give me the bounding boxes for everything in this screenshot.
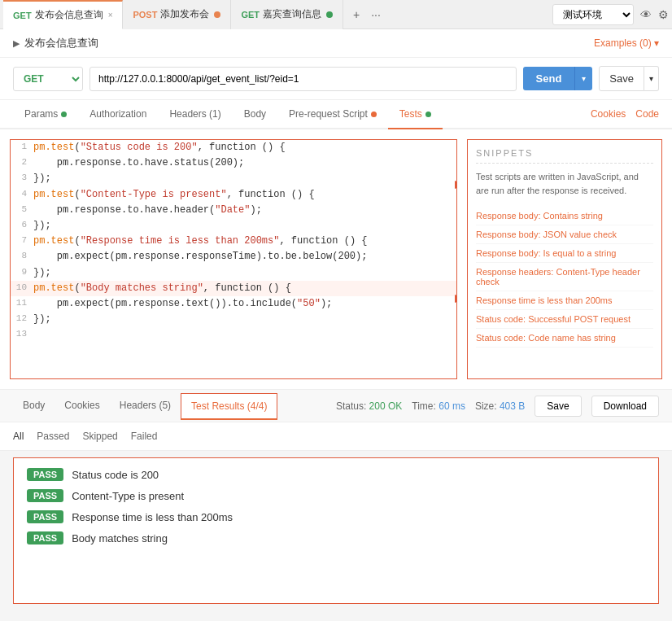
tab-authorization[interactable]: Authorization: [78, 100, 158, 129]
tab-prerequest[interactable]: Pre-request Script: [277, 100, 388, 129]
filter-all[interactable]: All: [13, 429, 24, 444]
pass-badge-4: PASS: [27, 531, 63, 544]
snippet-item-4[interactable]: Response headers: Content-Type header ch…: [476, 263, 653, 291]
response-meta: Status: 200 OK Time: 60 ms Size: 403 B S…: [336, 396, 659, 417]
filter-skipped[interactable]: Skipped: [82, 429, 117, 444]
url-bar: GET POST PUT DELETE Send ▾ Save ▾: [0, 58, 672, 100]
url-input[interactable]: [89, 67, 517, 91]
send-dropdown-button[interactable]: ▾: [574, 67, 592, 90]
pass-badge-1: PASS: [27, 468, 63, 481]
test-item-1: PASS Status code is 200: [27, 468, 645, 481]
more-tabs-button[interactable]: ···: [368, 7, 384, 23]
breadcrumb-arrow-icon: ▶: [13, 38, 20, 49]
env-selector: 测试环境 👁 ⚙: [552, 4, 669, 25]
test-item-3: PASS Response time is less than 200ms: [27, 510, 645, 523]
tab-dot-green: [326, 11, 333, 18]
pass-badge-3: PASS: [27, 510, 63, 523]
code-line-2: 2 pm.response.to.have.status(200);: [11, 155, 456, 171]
tab-close-1[interactable]: ×: [108, 11, 113, 20]
resp-tab-cookies[interactable]: Cookies: [55, 393, 109, 419]
cookies-link[interactable]: Cookies: [591, 108, 626, 120]
snippets-panel: SNIPPETS Test scripts are written in Jav…: [467, 139, 662, 379]
status-value: 200 OK: [369, 400, 403, 412]
tab-method-get2: GET: [241, 10, 260, 20]
response-bar: Body Cookies Headers (5) Test Results (4…: [0, 390, 672, 422]
filter-failed[interactable]: Failed: [131, 429, 158, 444]
test-label-1: Status code is 200: [72, 469, 159, 481]
send-btn-group: Send ▾: [523, 67, 593, 90]
tab-body[interactable]: Body: [233, 100, 277, 129]
svg-marker-1: [455, 295, 457, 303]
svg-marker-0: [455, 181, 457, 189]
tab-method-post: POST: [133, 10, 157, 20]
code-link[interactable]: Code: [635, 108, 659, 120]
pass-badge-2: PASS: [27, 489, 63, 502]
snippet-item-5[interactable]: Response time is less than 200ms: [476, 291, 653, 310]
test-label-4: Body matches string: [72, 532, 168, 544]
resp-tab-test-results[interactable]: Test Results (4/4): [181, 393, 277, 420]
save-dropdown-button[interactable]: ▾: [644, 66, 659, 91]
tab-post-add[interactable]: POST 添加发布会: [123, 0, 231, 29]
response-tabs: Body Cookies Headers (5) Test Results (4…: [13, 393, 277, 419]
code-line-12: 12 });: [11, 312, 456, 327]
test-item-4: PASS Body matches string: [27, 531, 645, 544]
tab-method-get: GET: [13, 11, 32, 20]
tab-label-1: 发布会信息查询: [35, 8, 103, 22]
add-tab-button[interactable]: +: [350, 7, 363, 23]
code-line-6: 6 });: [11, 218, 456, 234]
code-line-13: 13: [11, 327, 456, 343]
eye-icon-button[interactable]: 👁: [640, 8, 652, 21]
test-results-panel: PASS Status code is 200 PASS Content-Typ…: [13, 457, 659, 604]
resp-tab-headers[interactable]: Headers (5): [110, 393, 181, 419]
prerequest-dot: [371, 112, 377, 117]
code-line-11: 11 pm.expect(pm.response.text()).to.incl…: [11, 296, 456, 312]
params-dot: [61, 112, 67, 117]
tabs-nav-right: Cookies Code: [591, 108, 659, 120]
tab-tests[interactable]: Tests: [388, 100, 443, 129]
tests-dot: [425, 112, 431, 117]
code-editor[interactable]: 1 pm.test("Status code is 200", function…: [10, 139, 457, 379]
gear-icon-button[interactable]: ⚙: [658, 8, 669, 21]
size-value: 403 B: [500, 400, 525, 412]
environment-select[interactable]: 测试环境: [552, 4, 634, 25]
method-select[interactable]: GET POST PUT DELETE: [13, 67, 83, 91]
snippet-item-6[interactable]: Status code: Successful POST request: [476, 310, 653, 329]
send-button[interactable]: Send: [523, 67, 575, 90]
status-label: Status: 200 OK: [336, 400, 402, 412]
resp-tab-body[interactable]: Body: [13, 393, 55, 419]
save-button[interactable]: Save: [599, 66, 644, 91]
arrow-icon-1: [455, 177, 457, 193]
tab-bar: GET 发布会信息查询 × POST 添加发布会 GET 嘉宾查询信息 + ··…: [0, 0, 672, 29]
time-label: Time: 60 ms: [412, 400, 465, 412]
main-content: 1 pm.test("Status code is 200", function…: [0, 129, 672, 390]
tab-params[interactable]: Params: [13, 100, 78, 129]
tabs-nav-left: Params Authorization Headers (1) Body Pr…: [13, 100, 443, 128]
snippets-title: SNIPPETS: [476, 148, 653, 164]
tab-label-2: 添加发布会: [160, 7, 209, 21]
response-save-button[interactable]: Save: [535, 396, 581, 417]
snippet-item-2[interactable]: Response body: JSON value check: [476, 225, 653, 244]
tab-headers[interactable]: Headers (1): [158, 100, 232, 129]
time-value: 60 ms: [439, 400, 465, 412]
breadcrumb-title: 发布会信息查询: [24, 36, 98, 50]
snippet-item-3[interactable]: Response body: Is equal to a string: [476, 244, 653, 263]
code-line-8: 8 pm.expect(pm.response.responseTime).to…: [11, 249, 456, 265]
examples-arrow-icon: ▾: [654, 37, 659, 49]
size-label: Size: 403 B: [475, 400, 525, 412]
code-line-9: 9 });: [11, 265, 456, 281]
breadcrumb: ▶ 发布会信息查询 Examples (0) ▾: [0, 29, 672, 58]
filter-passed[interactable]: Passed: [37, 429, 69, 444]
save-btn-group: Save ▾: [599, 66, 659, 91]
snippets-desc: Test scripts are written in JavaScript, …: [476, 170, 653, 197]
filter-bar: All Passed Skipped Failed: [0, 422, 672, 451]
snippet-item-1[interactable]: Response body: Contains string: [476, 207, 653, 225]
tab-get-event[interactable]: GET 发布会信息查询 ×: [3, 0, 123, 29]
snippet-item-7[interactable]: Status code: Code name has string: [476, 329, 653, 348]
tab-actions: + ···: [343, 7, 391, 23]
code-line-5: 5 pm.response.to.have.header("Date");: [11, 203, 456, 218]
code-line-10: 10 pm.test("Body matches string", functi…: [11, 281, 456, 296]
response-download-button[interactable]: Download: [591, 396, 659, 417]
tab-get-guest[interactable]: GET 嘉宾查询信息: [231, 0, 343, 29]
examples-link[interactable]: Examples (0) ▾: [594, 37, 659, 49]
tab-dot-orange: [214, 11, 220, 18]
